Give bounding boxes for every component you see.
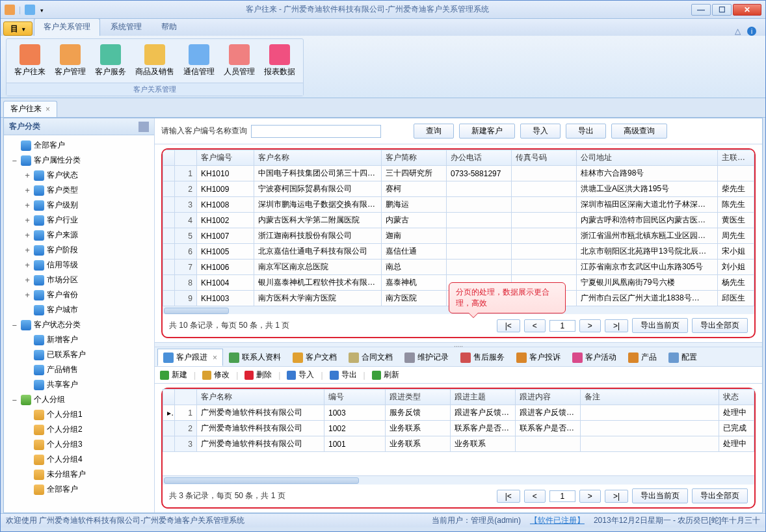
cell[interactable]: 浙江迦南科技股份有限公司 [254,228,382,244]
expand-icon[interactable] [10,141,18,150]
detail-tab-7[interactable]: 客户活动 [566,349,622,366]
ribbon-item-3[interactable]: 商品及销售 [131,42,178,80]
cell[interactable] [581,436,719,452]
expand-icon[interactable]: + [23,201,31,210]
tree-node[interactable]: − 个人分组 [5,393,153,406]
cell[interactable] [718,166,754,181]
document-tab[interactable]: 客户往来 × [3,101,57,117]
toolbar-button-1[interactable]: 修改 [202,369,230,380]
cell[interactable]: 南总 [382,259,447,275]
cell[interactable]: 浙江省温州市瓯北镇东瓯工业区园… [577,228,718,244]
cell[interactable] [447,228,512,244]
tree-node[interactable]: + 客户省份 [5,289,153,301]
detail-tab-2[interactable]: 客户文档 [287,349,343,366]
cell[interactable]: 处理中 [719,405,754,421]
ribbon-tab-system[interactable]: 系统管理 [101,19,151,36]
tree-node[interactable]: − 客户状态分类 [5,319,153,331]
tree-node[interactable]: + 客户类型 [5,184,153,196]
cell[interactable] [516,436,581,452]
cell[interactable]: 业务联系 [386,421,451,436]
cell[interactable]: 陈先生 [718,197,754,213]
next-page-button[interactable]: > [579,319,601,332]
tree-node[interactable]: + 客户行业 [5,214,153,226]
table-row[interactable]: 2广州爱奇迪软件科技有限公司1002业务联系联系客户是否…联系客户是否…已完成 [163,421,754,436]
tree-node[interactable]: 共享客户 [5,379,153,391]
file-menu[interactable]: 目 [3,21,33,36]
cell[interactable]: 银川嘉泰神机工程软件技术有限公司 [254,275,382,291]
table-row[interactable]: 5KH1007浙江迦南科技股份有限公司迦南浙江省温州市瓯北镇东瓯工业区园…周先生 [163,228,754,244]
cell[interactable]: 赛柯 [382,181,447,197]
qat-dropdown[interactable] [39,5,44,14]
column-header[interactable]: 办公电话 [447,150,512,166]
tree-node[interactable]: + 客户级别 [5,199,153,211]
tree-node[interactable]: 个人分组3 [5,438,153,451]
tree-node[interactable]: 未分组客户 [5,468,153,481]
table-row[interactable]: 7KH1006南京军区南京总医院南总江苏省南京市玄武区中山东路305号刘小姐 [163,259,754,275]
cell[interactable]: 鹏海运 [382,197,447,213]
cell[interactable] [512,213,577,228]
cell[interactable]: 内蒙古呼和浩特市回民区内蒙古医… [577,213,718,228]
cell[interactable]: KH1004 [197,275,254,291]
cell[interactable]: 处理中 [719,436,754,452]
expand-icon[interactable] [23,410,31,419]
cell[interactable]: KH1010 [197,166,254,181]
ribbon-item-4[interactable]: 通信管理 [179,42,218,80]
cell[interactable]: 已完成 [719,421,754,436]
cell[interactable]: 杨先生 [718,275,754,291]
cell[interactable]: 联系客户是否… [516,421,581,436]
cell[interactable]: 服务反馈 [386,405,451,421]
ribbon-tab-help[interactable]: 帮助 [152,19,186,36]
expand-icon[interactable]: − [10,156,18,165]
cell[interactable]: 联系客户是否… [451,421,516,436]
category-tree[interactable]: 全部客户 − 客户属性分类 + 客户状态 + 客户类型 + 客户级别 [4,135,154,512]
toolbar-button-0[interactable]: 新建 [160,369,187,380]
help-icon[interactable]: i [747,27,756,36]
close-tab-icon[interactable]: × [46,105,50,114]
export-all-button[interactable]: 导出全部页 [692,318,748,333]
expand-icon[interactable]: + [23,246,31,255]
last-page-button[interactable]: >| [605,319,628,332]
column-header[interactable]: 客户名称 [254,150,382,166]
cell[interactable]: 中国电子科技集团公司第三十四研… [254,166,382,181]
expand-icon[interactable] [23,366,31,375]
table-row[interactable]: 3KH1008深圳市鹏海运电子数据交换有限公司鹏海运深圳市福田区深南大道北竹子林… [163,197,754,213]
expand-icon[interactable] [23,470,31,479]
tree-node[interactable]: + 客户来源 [5,229,153,241]
expand-icon[interactable]: + [23,291,31,300]
cell[interactable]: KH1008 [197,197,254,213]
cell[interactable]: 黄医生 [718,213,754,228]
cell[interactable]: 宋小姐 [718,244,754,259]
detail-tab-3[interactable]: 合同文档 [343,349,399,366]
cell[interactable]: 北京嘉信仕通电子科技有限公司 [254,244,382,259]
prev-page-button[interactable]: < [524,319,546,332]
expand-icon[interactable]: − [10,321,18,330]
last-page-button-2[interactable]: >| [605,490,628,503]
cell[interactable] [512,259,577,275]
tree-node[interactable]: + 信用等级 [5,259,153,271]
column-header[interactable]: 跟进内容 [516,390,581,405]
cell[interactable]: 跟进客户反馈… [451,405,516,421]
detail-tab-0[interactable]: 客户跟进 × [157,349,223,366]
close-tab-icon[interactable]: × [213,353,217,362]
splitter[interactable]: ····· [155,342,762,347]
cell[interactable]: KH1002 [197,213,254,228]
toolbar-button-5[interactable]: 刷新 [372,369,399,380]
cell[interactable] [447,181,512,197]
cell[interactable]: 南方医科大学南方医院 [254,291,382,306]
column-header[interactable]: 公司地址 [577,150,718,166]
horizontal-scrollbar-2[interactable] [163,475,754,485]
column-header[interactable]: 主联系人 [718,150,754,166]
cell[interactable] [512,228,577,244]
expand-icon[interactable]: + [23,231,31,240]
expand-icon[interactable] [23,440,31,449]
cell[interactable]: 1001 [324,436,386,452]
status-registration[interactable]: 【软件已注册】 [530,515,585,526]
column-header[interactable]: 状态 [719,390,754,405]
cell[interactable]: 跟进客户反馈… [516,405,581,421]
column-header[interactable]: 编号 [324,390,386,405]
cell[interactable] [447,197,512,213]
cell[interactable]: 江苏省南京市玄武区中山东路305号 [577,259,718,275]
expand-icon[interactable] [23,425,31,434]
ribbon-item-6[interactable]: 报表数据 [260,42,299,80]
cell[interactable] [512,166,577,181]
